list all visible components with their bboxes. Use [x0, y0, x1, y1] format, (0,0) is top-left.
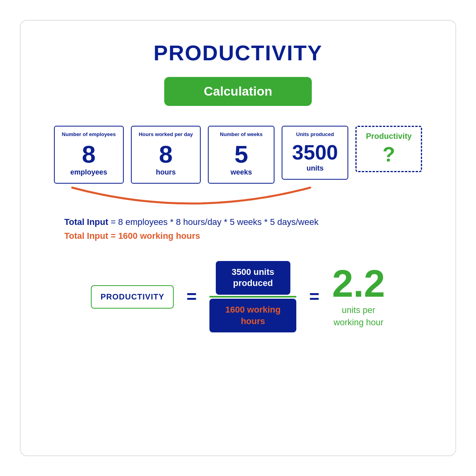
metric-label-hours: Hours worked per day: [139, 131, 193, 138]
productivity-question-mark: ?: [382, 144, 395, 165]
fraction-denominator: 1600 working hours: [209, 299, 296, 332]
result-unit-line1: units per: [342, 305, 375, 315]
productivity-question-label: Productivity: [366, 132, 412, 141]
numerator-line2: produced: [233, 278, 273, 288]
equals-sign-2: =: [309, 287, 319, 307]
metric-value-weeks: 5: [234, 142, 248, 167]
metric-box-weeks: Number of weeks 5 weeks: [208, 126, 274, 184]
metric-box-units: Units produced 3500 units: [282, 126, 348, 180]
metric-unit-weeks: weeks: [230, 168, 252, 177]
result-unit-line2: working hour: [334, 317, 384, 327]
result-value: 2.2: [332, 265, 385, 303]
metric-unit-employees: employees: [70, 168, 107, 177]
total-input-result: 1600 working hours: [118, 231, 200, 241]
total-input-line2: Total Input = 1600 working hours: [64, 231, 432, 241]
result-section: 2.2 units per working hour: [332, 265, 385, 329]
equals-sign-1: =: [186, 287, 197, 307]
fraction-divider: [209, 296, 296, 298]
metric-label-units: Units produced: [296, 131, 334, 138]
formula-productivity-label: PRODUCTIVITY: [91, 285, 174, 309]
metrics-row: Number of employees 8 employees Hours wo…: [44, 126, 432, 184]
metric-value-employees: 8: [82, 142, 95, 167]
metric-box-employees: Number of employees 8 employees: [54, 126, 124, 184]
numerator-line1: 3500 units: [232, 267, 274, 277]
denominator-line2: hours: [241, 316, 265, 326]
calculation-button[interactable]: Calculation: [164, 77, 312, 106]
productivity-question-box: Productivity ?: [355, 126, 422, 172]
formula-section: PRODUCTIVITY = 3500 units produced 1600 …: [44, 261, 432, 332]
metric-label-employees: Number of employees: [62, 131, 116, 138]
total-input-section: Total Input = 8 employees * 8 hours/day …: [44, 215, 432, 241]
denominator-line1: 1600 working: [225, 305, 280, 315]
metric-value-units: 3500: [292, 142, 338, 163]
metric-value-hours: 8: [159, 142, 173, 167]
fraction-container: 3500 units produced 1600 working hours: [209, 261, 296, 332]
page-container: PRODUCTIVITY Calculation Number of emplo…: [20, 20, 456, 456]
total-input-bold: Total Input: [64, 217, 108, 227]
page-title: PRODUCTIVITY: [154, 40, 322, 65]
metric-box-hours: Hours worked per day 8 hours: [131, 126, 201, 184]
metric-unit-units: units: [307, 164, 324, 173]
arc-connector: [68, 184, 314, 211]
total-input-line1: Total Input = 8 employees * 8 hours/day …: [64, 215, 432, 228]
result-unit: units per working hour: [334, 304, 384, 329]
fraction-numerator: 3500 units produced: [216, 261, 290, 295]
total-input-line2-bold: Total Input: [64, 231, 108, 241]
metric-unit-hours: hours: [156, 168, 176, 177]
metric-label-weeks: Number of weeks: [220, 131, 263, 138]
